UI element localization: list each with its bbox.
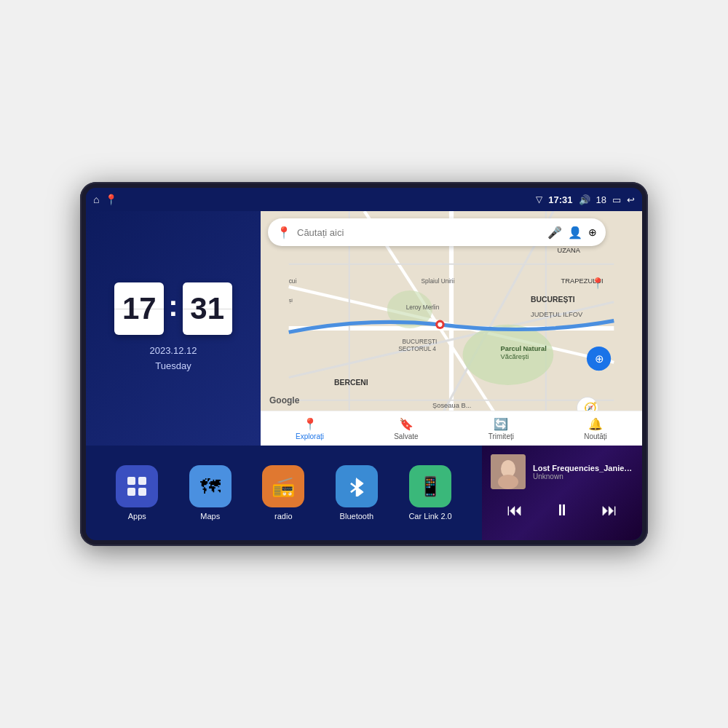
svg-text:📍: 📍 [591, 277, 605, 290]
app-maps[interactable]: 🗺 Maps [189, 465, 232, 521]
google-logo: Google [269, 395, 299, 405]
play-pause-button[interactable]: ⏸ [548, 498, 576, 523]
share-label: Trimiteți [488, 432, 514, 440]
back-icon[interactable]: ↩ [627, 194, 635, 205]
saved-label: Salvate [394, 432, 418, 440]
clock-date: 2023.12.12 Tuesday [149, 344, 197, 374]
prev-button[interactable]: ⏮ [501, 498, 529, 523]
svg-text:Splaiul Unirii: Splaiul Unirii [421, 277, 454, 285]
svg-text:Șoseaua B...: Șoseaua B... [432, 402, 471, 409]
maps-app-icon: 🗺 [200, 475, 221, 499]
album-image [491, 454, 526, 489]
svg-rect-36 [127, 488, 135, 496]
status-right: ▽ 17:31 🔊 18 ▭ ↩ [536, 194, 635, 205]
clock-colon: : [168, 291, 178, 320]
app-bluetooth[interactable]: Bluetooth [336, 465, 378, 521]
clock-panel: 17 : 31 2023.12.12 Tuesday [86, 211, 261, 446]
signal-icon: ▽ [536, 194, 542, 205]
status-time: 17:31 [548, 194, 572, 205]
radio-label: radio [274, 512, 292, 521]
music-controls: ⏮ ⏸ ⏭ [491, 498, 633, 523]
svg-rect-35 [138, 477, 146, 485]
bluetooth-label: Bluetooth [340, 512, 373, 521]
apps-panel: Apps 🗺 Maps 📻 radio [86, 446, 482, 540]
svg-text:BERCENI: BERCENI [334, 379, 368, 387]
music-info-row: Lost Frequencies_Janieck Devy-... Unknow… [491, 454, 633, 489]
saved-icon: 🔖 [399, 417, 414, 431]
map-search-bar[interactable]: 📍 🎤 👤 ⊕ [268, 218, 606, 246]
clock-minutes: 31 [183, 282, 232, 335]
bluetooth-icon-wrapper [336, 465, 378, 507]
radio-app-icon: 📻 [272, 475, 295, 498]
maps-pin-icon: 📍 [277, 226, 291, 240]
svg-text:Leroy Merlin: Leroy Merlin [406, 304, 440, 311]
explore-label: Explorați [296, 432, 324, 440]
svg-rect-37 [138, 488, 146, 496]
apps-grid-icon [125, 475, 149, 498]
news-icon: 🔔 [588, 417, 603, 431]
svg-text:și: și [289, 297, 293, 304]
app-carlink[interactable]: 📱 Car Link 2.0 [408, 465, 451, 521]
battery-icon: ▭ [612, 194, 621, 205]
next-button[interactable]: ⏭ [596, 498, 623, 523]
music-panel: Lost Frequencies_Janieck Devy-... Unknow… [482, 446, 642, 540]
home-icon[interactable]: ⌂ [93, 194, 99, 205]
maps-label: Maps [200, 512, 220, 521]
svg-text:BUCUREȘTI: BUCUREȘTI [531, 296, 575, 304]
svg-text:JUDEȚUL ILFOV: JUDEȚUL ILFOV [531, 311, 583, 318]
map-search-input[interactable] [297, 227, 542, 238]
account-icon[interactable]: 👤 [568, 226, 582, 240]
svg-text:BUCUREȘTI: BUCUREȘTI [402, 338, 437, 345]
map-panel: Parcul Natural Văcărești BUCUREȘTI JUDEȚ… [261, 211, 642, 446]
map-nav-explore[interactable]: 📍 Explorați [296, 417, 324, 440]
clock-hours: 17 [114, 282, 164, 335]
svg-text:UZANA: UZANA [557, 247, 580, 254]
device-screen: ⌂ 📍 ▽ 17:31 🔊 18 ▭ ↩ 17 : [86, 188, 642, 540]
map-nav-share[interactable]: 🔄 Trimiteți [488, 417, 514, 440]
svg-point-42 [498, 475, 518, 489]
volume-level: 18 [596, 194, 606, 205]
map-bottom-bar: 📍 Explorați 🔖 Salvate 🔄 Trimiteți � [261, 411, 642, 446]
svg-text:SECTORUL 4: SECTORUL 4 [398, 345, 436, 352]
map-nav-news[interactable]: 🔔 Noutăți [584, 417, 607, 440]
map-nav-saved[interactable]: 🔖 Salvate [394, 417, 418, 440]
music-artist: Unknown [533, 472, 633, 480]
svg-text:cui: cui [289, 277, 297, 285]
status-left: ⌂ 📍 [93, 194, 117, 205]
svg-text:Văcărești: Văcărești [501, 353, 529, 360]
carlink-app-icon: 📱 [419, 475, 442, 498]
apps-icon [116, 465, 158, 507]
maps-status-icon[interactable]: 📍 [105, 194, 117, 205]
status-bar: ⌂ 📍 ▽ 17:31 🔊 18 ▭ ↩ [86, 188, 642, 211]
bluetooth-symbol-icon [347, 476, 367, 496]
radio-icon-wrapper: 📻 [262, 465, 304, 507]
car-device: ⌂ 📍 ▽ 17:31 🔊 18 ▭ ↩ 17 : [80, 182, 648, 546]
layers-icon[interactable]: ⊕ [588, 226, 597, 238]
top-section: 17 : 31 2023.12.12 Tuesday [86, 211, 642, 446]
share-icon: 🔄 [494, 417, 508, 431]
flip-clock: 17 : 31 [114, 282, 232, 335]
carlink-icon-wrapper: 📱 [409, 465, 451, 507]
apps-label: Apps [128, 512, 146, 521]
mic-icon[interactable]: 🎤 [547, 226, 562, 240]
carlink-label: Car Link 2.0 [408, 512, 451, 521]
svg-rect-34 [127, 477, 135, 485]
music-text: Lost Frequencies_Janieck Devy-... Unknow… [533, 464, 633, 480]
svg-point-28 [438, 323, 442, 327]
app-radio[interactable]: 📻 radio [262, 465, 304, 521]
svg-text:⊕: ⊕ [595, 353, 604, 365]
news-label: Noutăți [584, 432, 607, 440]
explore-icon: 📍 [303, 417, 317, 431]
main-content: 17 : 31 2023.12.12 Tuesday [86, 211, 642, 540]
bottom-section: Apps 🗺 Maps 📻 radio [86, 446, 642, 540]
maps-icon-wrapper: 🗺 [189, 465, 232, 507]
svg-text:Parcul Natural: Parcul Natural [501, 345, 547, 352]
music-title: Lost Frequencies_Janieck Devy-... [533, 464, 633, 472]
music-album-art [491, 454, 526, 489]
volume-icon: 🔊 [579, 194, 590, 205]
app-apps[interactable]: Apps [116, 465, 158, 521]
album-art-image [491, 454, 526, 489]
